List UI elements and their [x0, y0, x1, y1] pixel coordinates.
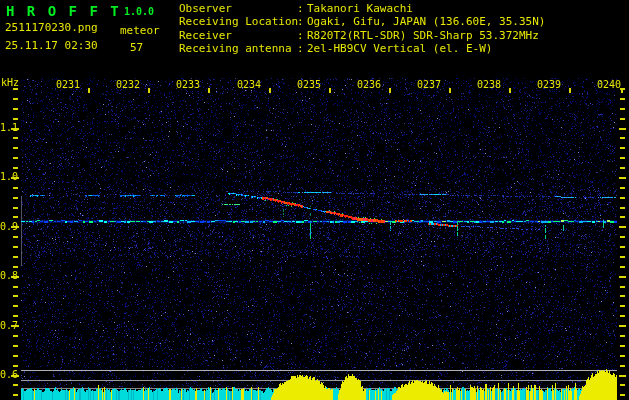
time-axis-label: 0239: [534, 79, 564, 90]
info-colon: :: [297, 15, 307, 28]
time-axis-label: 0232: [113, 79, 143, 90]
echo-count: 57: [130, 41, 143, 54]
freq-axis-label: 0.7: [0, 320, 17, 331]
datetime-label: 25.11.17 02:30: [5, 39, 98, 52]
station-info: Observer:Takanori KawachiReceiving Locat…: [179, 2, 545, 56]
mode-label: meteor: [120, 24, 160, 37]
time-axis-label: 0238: [474, 79, 504, 90]
app-title: H R O F F T: [6, 3, 121, 19]
freq-axis-label: 0.9: [0, 221, 17, 232]
info-value: 2el-HB9CV Vertical (el. E-W): [307, 42, 492, 55]
station-info-row: Receiving Location:Ogaki, Gifu, JAPAN (1…: [179, 15, 545, 28]
info-colon: :: [297, 42, 307, 55]
info-label: Receiving Location: [179, 15, 297, 28]
info-label: Receiver: [179, 29, 297, 42]
time-axis-label: 0236: [354, 79, 384, 90]
info-colon: :: [297, 29, 307, 42]
time-axis-label: 0237: [414, 79, 444, 90]
freq-axis-unit: kHz: [1, 77, 19, 88]
freq-axis-label: 0.8: [0, 270, 17, 281]
station-info-row: Observer:Takanori Kawachi: [179, 2, 545, 15]
time-axis-label: 0240: [594, 79, 624, 90]
output-filename: 2511170230.png: [5, 21, 98, 34]
station-info-row: Receiving antenna:2el-HB9CV Vertical (el…: [179, 42, 545, 55]
time-axis-label: 0231: [53, 79, 83, 90]
app-version: 1.0.0: [124, 6, 154, 17]
freq-axis-label: 1.1: [0, 122, 17, 133]
freq-axis-label: 0.6: [0, 369, 17, 380]
info-value: R820T2(RTL-SDR) SDR-Sharp 53.372MHz: [307, 29, 539, 42]
time-axis-label: 0233: [173, 79, 203, 90]
station-info-row: Receiver:R820T2(RTL-SDR) SDR-Sharp 53.37…: [179, 29, 545, 42]
hrofft-screen: H R O F F T 1.0.0 2511170230.png meteor …: [0, 0, 629, 400]
spectrogram-canvas: [0, 0, 629, 400]
info-label: Observer: [179, 2, 297, 15]
info-label: Receiving antenna: [179, 42, 297, 55]
info-colon: :: [297, 2, 307, 15]
time-axis-label: 0235: [294, 79, 324, 90]
freq-axis-label: 1.0: [0, 171, 17, 182]
time-axis-label: 0234: [234, 79, 264, 90]
info-value: Takanori Kawachi: [307, 2, 413, 15]
info-value: Ogaki, Gifu, JAPAN (136.60E, 35.35N): [307, 15, 545, 28]
